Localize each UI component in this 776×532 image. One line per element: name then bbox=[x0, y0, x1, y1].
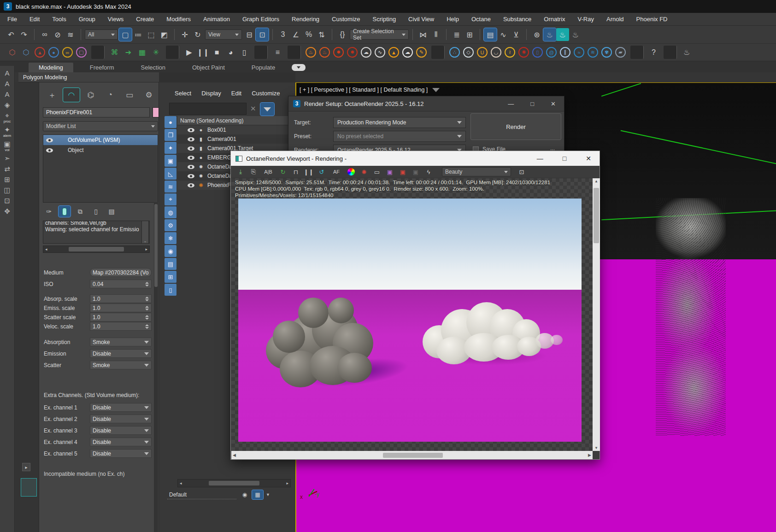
octane-tool-icon[interactable]: ✺ bbox=[358, 167, 370, 177]
ribbon-tab[interactable]: Object Paint bbox=[182, 63, 235, 72]
link-icon[interactable]: ∞ bbox=[38, 28, 51, 41]
command-panel-tab-icon[interactable]: ▭ bbox=[121, 88, 138, 102]
select-tool-icon[interactable]: ⬚ bbox=[145, 28, 158, 41]
snap-toggle-icon[interactable]: 3 bbox=[276, 28, 289, 41]
history-icon[interactable]: ↶ bbox=[5, 28, 18, 41]
dock-tool-icon[interactable]: ◫ bbox=[1, 187, 13, 194]
display-filter-icon[interactable]: ▤ bbox=[165, 258, 176, 270]
display-filter-icon[interactable]: ◺ bbox=[165, 168, 176, 180]
octane-tool-icon[interactable]: ❙❙ bbox=[303, 167, 315, 177]
octane-tool-icon[interactable]: ● bbox=[347, 168, 355, 175]
editor-icon[interactable]: ∿ bbox=[497, 28, 510, 41]
name-column-header[interactable]: Name (Sorted Ascending) ▲ bbox=[177, 116, 295, 125]
menu-item[interactable]: Octane bbox=[471, 16, 491, 23]
menu-item[interactable]: Rendering bbox=[292, 16, 319, 23]
phoenix-toolbar-icon[interactable] bbox=[166, 46, 179, 59]
dock-tool-icon[interactable]: ◈ bbox=[1, 101, 13, 109]
menu-item[interactable]: Customize bbox=[332, 16, 360, 23]
command-panel-tab-icon[interactable]: ◔ bbox=[102, 88, 118, 102]
dock-tool-icon[interactable]: ⌖proc bbox=[1, 112, 13, 123]
octane-tool-icon[interactable]: ↻ bbox=[277, 167, 289, 177]
polygon-modeling-panel-tab[interactable]: Polygon Modeling bbox=[18, 72, 159, 82]
warning-hscrollbar[interactable]: ◂ ▸ bbox=[43, 246, 150, 253]
snap-toggle-icon[interactable]: ∠ bbox=[289, 28, 302, 41]
scroll-left-icon[interactable]: ◀ bbox=[233, 453, 236, 457]
phoenix-toolbar-icon[interactable]: ♨ bbox=[306, 47, 316, 58]
target-dropdown[interactable]: Production Rendering Mode bbox=[333, 117, 466, 128]
phoenix-toolbar-icon[interactable] bbox=[288, 46, 301, 59]
menu-item[interactable]: V-Ray bbox=[578, 16, 594, 23]
mirror-align-icon[interactable]: ⫴ bbox=[429, 28, 442, 41]
param-control[interactable]: Disable bbox=[90, 403, 152, 412]
explorer-display-icon[interactable]: ◉ bbox=[239, 490, 250, 499]
octane-tool-icon[interactable]: ϟ bbox=[423, 167, 435, 177]
visibility-eye-icon[interactable] bbox=[188, 156, 194, 160]
visibility-eye-icon[interactable] bbox=[188, 183, 194, 187]
octane-tool-icon[interactable]: ⊓ bbox=[290, 167, 302, 177]
link-icon[interactable]: ≋ bbox=[64, 28, 77, 41]
octane-tool-icon[interactable]: ▭ bbox=[371, 167, 383, 177]
octane-tool-icon[interactable]: AF bbox=[329, 167, 344, 177]
phoenix-toolbar-icon[interactable]: ≈ bbox=[574, 47, 584, 58]
phoenix-toolbar-icon[interactable]: ▯ bbox=[532, 47, 543, 58]
visibility-eye-icon[interactable] bbox=[46, 138, 53, 142]
dock-tool-icon[interactable]: ➣ bbox=[1, 155, 13, 163]
display-filter-icon[interactable]: ▣ bbox=[165, 155, 176, 167]
menu-item[interactable]: Animation bbox=[203, 16, 230, 23]
explorer-menu-item[interactable]: Select bbox=[175, 90, 191, 97]
octane-titlebar[interactable]: OctaneRender Viewport - Rendering - — □ … bbox=[231, 151, 600, 166]
expand-arrow-button[interactable]: ▸ bbox=[22, 463, 30, 471]
select-tool-icon[interactable]: ▢ bbox=[119, 28, 132, 41]
phoenix-toolbar-icon[interactable] bbox=[91, 46, 105, 59]
explorer-icon[interactable]: ⊞ bbox=[463, 28, 476, 41]
phoenix-toolbar-icon[interactable]: ◡ bbox=[491, 47, 501, 58]
explorer-display-icon[interactable]: ▦ bbox=[252, 490, 263, 499]
phoenix-toolbar-icon[interactable]: ? bbox=[647, 46, 660, 59]
phoenix-toolbar-icon[interactable]: ● bbox=[48, 47, 59, 58]
mirror-align-icon[interactable]: ⋈ bbox=[417, 28, 429, 41]
display-filter-icon[interactable]: ⚙ bbox=[165, 219, 176, 231]
display-filter-icon[interactable]: ❄ bbox=[165, 232, 176, 244]
display-filter-icon[interactable]: ⌖ bbox=[165, 193, 176, 205]
phoenix-toolbar-icon[interactable]: ♨ bbox=[680, 46, 694, 59]
phoenix-toolbar-icon[interactable]: ✺ bbox=[518, 47, 529, 58]
history-icon[interactable]: ↷ bbox=[18, 28, 30, 41]
close-button[interactable]: ✕ bbox=[551, 100, 556, 107]
menu-item[interactable]: Help bbox=[447, 16, 459, 23]
command-panel-tab-icon[interactable]: ⚙ bbox=[141, 88, 157, 102]
display-filter-icon[interactable]: ≋ bbox=[165, 181, 176, 193]
phoenix-toolbar-icon[interactable]: ≀ bbox=[505, 47, 515, 58]
display-filter-icon[interactable]: ◉ bbox=[165, 245, 176, 257]
param-control[interactable]: Disable bbox=[90, 438, 152, 446]
phoenix-toolbar-icon[interactable]: ✹ bbox=[347, 47, 358, 58]
menu-item[interactable]: File bbox=[7, 16, 17, 23]
docked-mini-panel[interactable] bbox=[21, 478, 37, 497]
phoenix-toolbar-icon[interactable]: ☁ bbox=[402, 47, 413, 58]
selection-filter-dropdown[interactable]: All bbox=[85, 29, 118, 40]
dock-tool-icon[interactable]: ✦alem bbox=[1, 126, 13, 138]
phoenix-toolbar-icon[interactable]: ▰ bbox=[615, 47, 626, 58]
explorer-hscrollbar[interactable]: ◂ ▸ bbox=[177, 479, 291, 487]
phoenix-toolbar-icon[interactable]: ✾ bbox=[601, 47, 612, 58]
phoenix-toolbar-icon[interactable]: ☁ bbox=[361, 47, 371, 58]
phoenix-toolbar-icon[interactable]: @ bbox=[546, 47, 557, 58]
viewport-funnel-icon[interactable] bbox=[432, 88, 440, 92]
warning-scrollbar[interactable]: ⌄ bbox=[141, 221, 149, 244]
render-icon[interactable]: ⊛ bbox=[530, 28, 543, 41]
explorer-icon[interactable]: ≣ bbox=[450, 28, 463, 41]
param-control[interactable]: 1.0 bbox=[90, 322, 152, 331]
phoenix-toolbar-icon[interactable]: ▦ bbox=[135, 46, 149, 59]
phoenix-toolbar-icon[interactable]: ♨ bbox=[319, 47, 330, 58]
dock-tool-icon[interactable]: ⊡ bbox=[1, 197, 13, 205]
param-control[interactable]: Smoke bbox=[90, 338, 152, 346]
maximize-button[interactable]: □ bbox=[530, 100, 534, 107]
visibility-eye-icon[interactable] bbox=[46, 148, 53, 152]
explorer-menu-item[interactable]: Display bbox=[201, 90, 221, 97]
phoenix-toolbar-icon[interactable]: ▲ bbox=[388, 47, 399, 58]
phoenix-toolbar-icon[interactable]: ▶ bbox=[182, 46, 196, 59]
scroll-thumb[interactable] bbox=[209, 481, 259, 485]
phoenix-toolbar-icon[interactable]: ≡ bbox=[271, 46, 284, 59]
clear-search-icon[interactable]: ✕ bbox=[250, 105, 256, 113]
phoenix-toolbar-icon[interactable]: ⬡ bbox=[6, 46, 19, 59]
phoenix-toolbar-icon[interactable]: ∞ bbox=[62, 47, 73, 58]
